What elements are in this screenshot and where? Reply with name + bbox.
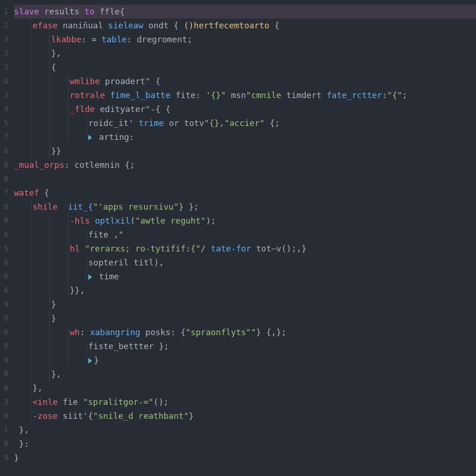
indent-guide (31, 284, 31, 298)
code-line[interactable]: }, (14, 367, 476, 381)
indent-guide (49, 88, 50, 102)
token: fie (58, 397, 83, 407)
code-line[interactable]: _flde edityater"-{ { (14, 102, 476, 116)
indent-guide (68, 214, 68, 228)
token: ( (130, 216, 135, 225)
play-icon (88, 135, 92, 140)
code-line[interactable]: { (14, 60, 476, 74)
code-line[interactable]: watef { (14, 186, 476, 200)
indent-guide (68, 74, 68, 88)
code-line[interactable]: roidc_it' trime or totv"{},"accier" {; (14, 116, 476, 130)
code-line[interactable]: -zose siit'{"snile_d reathbant"} (14, 409, 476, 423)
code-line[interactable]: }, (14, 423, 476, 437)
token: }, (14, 425, 29, 435)
code-line[interactable]: shile iit_{"'apps resursivu"} }; (14, 200, 476, 214)
code-line[interactable]: sopteril titl), (14, 256, 476, 270)
indent-guide (68, 270, 68, 284)
indent-guide (31, 270, 31, 284)
line-content: watef { (14, 188, 49, 198)
line-number: 0 (0, 409, 8, 423)
indent-guide (31, 60, 31, 74)
code-line[interactable]: _mual_orps: cotlemnin {; (14, 158, 476, 172)
token: "spraonflyts"" (185, 327, 256, 337)
line-content: } (14, 313, 56, 323)
code-line[interactable]: }: (14, 437, 476, 451)
token: siit' (58, 411, 88, 421)
indent-guide (31, 214, 31, 228)
line-content: fiste_bettter }; (14, 341, 169, 351)
token: } (14, 453, 19, 463)
indent-guide (31, 88, 31, 102)
indent-guide (49, 284, 50, 298)
code-line[interactable]: wh: xabangring posks: {"spraonflyts""} {… (14, 325, 476, 339)
indent-guide (49, 367, 50, 381)
code-line[interactable]: lkabbe: = table: dregroment; (14, 33, 476, 46)
code-line[interactable]: -hls optlxil("awtle reguht"); (14, 214, 476, 228)
line-content: }, (14, 48, 61, 58)
code-line[interactable]: }, (14, 46, 476, 60)
token: fime_l_batte (110, 90, 171, 100)
code-area[interactable]: slave results to ffle{efase naniñual sie… (10, 0, 476, 476)
indent-guide (68, 284, 68, 298)
indent-guide (49, 130, 50, 144)
line-number: 7 (0, 130, 8, 144)
token: slave (14, 7, 39, 16)
token: }, (51, 48, 61, 58)
indent-guide (68, 88, 68, 102)
token: { (39, 188, 49, 198)
token: }} (51, 146, 61, 156)
code-line[interactable]: } (14, 298, 476, 311)
token: : (127, 34, 137, 44)
code-line[interactable]: hl "rerarxs; ro-tytifif:{"/ tate-for tot… (14, 242, 476, 256)
code-line[interactable]: }, (14, 381, 476, 395)
token: { (150, 76, 160, 86)
code-line[interactable] (14, 172, 476, 186)
code-line[interactable]: slave results to ffle{ (14, 5, 476, 19)
token: iit_{ (68, 202, 93, 212)
code-editor[interactable]: 123334345766878965666996898030109 slave … (0, 0, 476, 476)
line-number: 0 (0, 437, 8, 451)
line-number: 6 (0, 256, 8, 270)
indent-guide (86, 116, 87, 130)
token: }: (14, 439, 29, 449)
indent-guide (49, 102, 50, 116)
indent-guide (31, 409, 31, 423)
code-line[interactable]: time (14, 270, 476, 284)
code-line[interactable]: fiste_bettter }; (14, 339, 476, 353)
line-number: 6 (0, 325, 8, 339)
line-number: 7 (0, 186, 8, 200)
code-line[interactable]: } (14, 451, 476, 465)
token: " (145, 76, 151, 86)
token: ); (206, 216, 216, 225)
code-line[interactable]: fite ," (14, 228, 476, 242)
indent-guide (49, 325, 50, 339)
token: } (189, 411, 194, 421)
code-line[interactable]: efase naniñual sieleaw ondt { ()hertfece… (14, 19, 476, 33)
code-line[interactable]: } (14, 311, 476, 325)
line-content: -hls optlxil("awtle reguht"); (14, 216, 216, 225)
token (90, 216, 95, 225)
line-content: slave results to ffle{ (14, 7, 125, 16)
token: "cmnile (246, 90, 281, 100)
token: { (120, 7, 125, 16)
token: arting (94, 132, 129, 142)
token: sieleaw (108, 20, 144, 30)
indent-guide (49, 353, 50, 367)
indent-guide (49, 144, 50, 158)
code-line[interactable]: <inle fie "spralitgor-="(); (14, 395, 476, 409)
line-content: }} (14, 146, 61, 156)
code-line[interactable]: rotrale fime_l_batte fite: '{}" msn"cmni… (14, 88, 476, 102)
code-line[interactable]: arting: (14, 130, 476, 144)
line-number: 4 (0, 102, 8, 116)
code-line[interactable]: } (14, 353, 476, 367)
token: time (94, 271, 119, 281)
code-line[interactable]: wmlibe proadert" { (14, 74, 476, 88)
token: : { (171, 327, 186, 337)
token: results (39, 7, 85, 16)
line-number: 8 (0, 172, 8, 186)
code-line[interactable]: }}, (14, 284, 476, 298)
code-line[interactable]: }} (14, 144, 476, 158)
token: fiste_bettter (88, 341, 159, 351)
play-icon (88, 274, 92, 280)
line-number: 4 (0, 74, 8, 88)
